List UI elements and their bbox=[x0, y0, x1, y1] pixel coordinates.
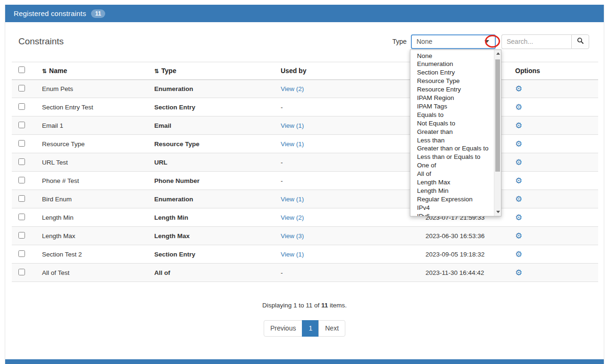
search-icon bbox=[577, 37, 584, 46]
sort-icon: ⇅ bbox=[154, 68, 159, 74]
search-input[interactable] bbox=[501, 34, 571, 49]
constraint-type: Section Entry bbox=[150, 98, 277, 116]
dropdown-option-greater-or-equals[interactable]: Greater than or Equals to bbox=[410, 144, 501, 153]
row-checkbox[interactable] bbox=[18, 122, 25, 128]
previous-page-button[interactable]: Previous bbox=[264, 320, 302, 337]
constraint-name: Phone # Test bbox=[38, 172, 150, 190]
dropdown-option-greater-than[interactable]: Greater than bbox=[410, 128, 501, 136]
table-row: Bird Enum Enumeration View (1) ⚙ bbox=[12, 190, 598, 208]
gear-icon[interactable]: ⚙ bbox=[515, 85, 522, 93]
next-page-button[interactable]: Next bbox=[318, 320, 345, 337]
gear-icon[interactable]: ⚙ bbox=[515, 140, 522, 148]
used-by-link[interactable]: View (1) bbox=[281, 196, 304, 203]
table-row: Section Entry Test Section Entry - ⚙ bbox=[12, 98, 598, 116]
gear-icon[interactable]: ⚙ bbox=[515, 177, 522, 185]
dropdown-option-equals-to[interactable]: Equals to bbox=[410, 111, 501, 119]
page-title: Constraints bbox=[18, 36, 64, 47]
row-checkbox[interactable] bbox=[18, 269, 25, 275]
used-by-link[interactable]: View (1) bbox=[281, 122, 304, 129]
page-1-button[interactable]: 1 bbox=[302, 320, 319, 337]
gear-icon[interactable]: ⚙ bbox=[515, 122, 522, 130]
constraint-type: Resource Type bbox=[150, 135, 277, 153]
row-checkbox[interactable] bbox=[18, 250, 25, 257]
dropdown-option-one-of[interactable]: One of bbox=[410, 161, 501, 170]
constraint-name: Resource Type bbox=[38, 135, 150, 153]
used-by-link[interactable]: View (3) bbox=[281, 232, 304, 240]
row-checkbox[interactable] bbox=[18, 140, 25, 147]
chevron-down-icon bbox=[484, 40, 489, 43]
table-header-row: ⇅Name ⇅Type Used by Options bbox=[12, 62, 598, 80]
gear-icon[interactable]: ⚙ bbox=[515, 250, 522, 258]
constraint-updated: 2023-09-05 19:18:32 bbox=[422, 245, 511, 264]
dropdown-option-resource-entry[interactable]: Resource Entry bbox=[410, 85, 501, 94]
column-header-used-by: Used by bbox=[277, 62, 422, 80]
dropdown-option-enumeration[interactable]: Enumeration bbox=[410, 60, 501, 68]
dropdown-option-none[interactable]: None bbox=[410, 52, 501, 60]
used-by-empty: - bbox=[281, 159, 283, 166]
dropdown-option-all-of[interactable]: All of bbox=[410, 170, 501, 178]
scrollbar-thumb[interactable] bbox=[495, 59, 500, 172]
column-header-options: Options bbox=[511, 62, 598, 80]
scroll-up-arrow-icon[interactable] bbox=[494, 50, 501, 58]
row-checkbox[interactable] bbox=[18, 214, 25, 220]
column-header-name[interactable]: ⇅Name bbox=[38, 62, 150, 80]
count-badge: 11 bbox=[91, 9, 106, 18]
row-checkbox[interactable] bbox=[18, 232, 25, 239]
dropdown-option-section-entry[interactable]: Section Entry bbox=[410, 68, 501, 77]
dropdown-option-length-min[interactable]: Length Min bbox=[410, 187, 501, 195]
type-select[interactable]: None bbox=[411, 34, 496, 49]
used-by-empty: - bbox=[281, 177, 283, 184]
table-row: Email 1 Email View (1) ⚙ bbox=[12, 116, 598, 135]
gear-icon[interactable]: ⚙ bbox=[515, 195, 522, 203]
dropdown-option-less-than[interactable]: Less than bbox=[410, 136, 501, 145]
used-by-empty: - bbox=[281, 269, 283, 276]
used-by-link[interactable]: View (1) bbox=[281, 251, 304, 258]
dropdown-option-ipv4[interactable]: IPv4 bbox=[410, 204, 501, 212]
constraint-type: Email bbox=[150, 116, 277, 135]
used-by-link[interactable]: View (2) bbox=[281, 85, 304, 92]
row-checkbox[interactable] bbox=[18, 103, 25, 110]
type-dropdown-menu: None Enumeration Section Entry Resource … bbox=[410, 50, 501, 216]
gear-icon[interactable]: ⚙ bbox=[515, 214, 522, 222]
dropdown-option-ipam-tags[interactable]: IPAM Tags bbox=[410, 102, 501, 111]
dropdown-option-length-max[interactable]: Length Max bbox=[410, 178, 501, 187]
dropdown-option-regular-expression[interactable]: Regular Expression bbox=[410, 195, 501, 204]
dropdown-option-not-equals-to[interactable]: Not Equals to bbox=[410, 119, 501, 128]
table-row: Length Max Length Max View (3) 2023-06-3… bbox=[12, 227, 598, 245]
pagination: Previous 1 Next bbox=[12, 320, 597, 337]
toolbar-controls: Type None None Enumeration Section Entry… bbox=[392, 34, 589, 49]
panel-header-title: Registered constraints bbox=[14, 9, 86, 17]
gear-icon[interactable]: ⚙ bbox=[515, 232, 522, 240]
panel-content: Constraints Type None None Enumeration S… bbox=[5, 22, 604, 359]
used-by-link[interactable]: View (2) bbox=[281, 214, 304, 221]
dropdown-option-ipam-region[interactable]: IPAM Region bbox=[410, 94, 501, 102]
constraint-type: Enumeration bbox=[150, 80, 277, 98]
constraint-type: URL bbox=[150, 153, 277, 172]
constraint-type: Phone Number bbox=[150, 172, 277, 190]
used-by-empty: - bbox=[281, 104, 283, 111]
dropdown-option-resource-type[interactable]: Resource Type bbox=[410, 77, 501, 85]
constraint-updated: 2023-06-30 16:53:36 bbox=[422, 227, 511, 245]
row-checkbox[interactable] bbox=[18, 177, 25, 183]
constraint-updated: 2023-11-30 16:44:42 bbox=[422, 264, 511, 282]
select-all-checkbox[interactable] bbox=[18, 66, 25, 73]
dropdown-option-ipv6[interactable]: IPv6 bbox=[410, 212, 501, 216]
dropdown-scrollbar[interactable] bbox=[494, 50, 501, 216]
search-button[interactable] bbox=[571, 34, 589, 49]
table-row: Length Min Length Min View (2) 2023-07-1… bbox=[12, 208, 598, 227]
scroll-down-arrow-icon[interactable] bbox=[494, 208, 501, 216]
table-row: Resource Type Resource Type View (1) ⚙ bbox=[12, 135, 598, 153]
table-row: Enum Pets Enumeration View (2) ⚙ bbox=[12, 80, 598, 98]
gear-icon[interactable]: ⚙ bbox=[515, 103, 522, 111]
used-by-link[interactable]: View (1) bbox=[281, 141, 304, 148]
row-checkbox[interactable] bbox=[18, 195, 25, 202]
type-filter-label: Type bbox=[392, 38, 407, 45]
gear-icon[interactable]: ⚙ bbox=[515, 269, 522, 277]
column-header-type[interactable]: ⇅Type bbox=[150, 62, 277, 80]
constraint-name: All of Test bbox=[38, 264, 150, 282]
dropdown-option-less-or-equals[interactable]: Less than or Equals to bbox=[410, 153, 501, 161]
row-checkbox[interactable] bbox=[18, 158, 25, 165]
row-checkbox[interactable] bbox=[18, 85, 25, 91]
gear-icon[interactable]: ⚙ bbox=[515, 158, 522, 166]
constraint-type: Length Max bbox=[150, 227, 277, 245]
